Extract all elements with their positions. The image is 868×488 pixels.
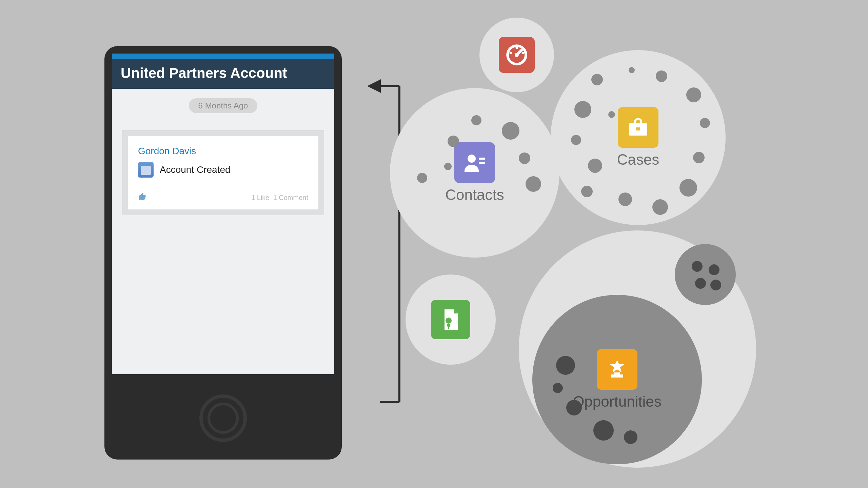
- svg-rect-7: [479, 158, 485, 160]
- svg-point-5: [515, 46, 518, 49]
- svg-point-3: [509, 52, 512, 54]
- bubble-contacts[interactable]: Contacts: [390, 88, 559, 258]
- svg-rect-13: [614, 372, 620, 374]
- bubble-document: [406, 274, 496, 365]
- svg-point-2: [515, 53, 519, 57]
- svg-point-4: [521, 52, 524, 54]
- cases-label: Cases: [617, 151, 659, 168]
- bubble-gauge: [479, 18, 554, 92]
- contacts-label: Contacts: [445, 186, 504, 203]
- document-icon: [431, 300, 470, 339]
- svg-rect-10: [636, 127, 640, 130]
- cases-icon: [618, 107, 658, 148]
- bubble-cases[interactable]: Cases: [551, 50, 726, 225]
- svg-point-11: [446, 318, 452, 324]
- svg-rect-12: [611, 374, 623, 378]
- bubble-cluster: Contacts Cases: [0, 0, 868, 488]
- opportunities-label: Opportunities: [573, 393, 662, 410]
- opportunities-icon: [597, 349, 637, 390]
- bubble-opportunities-outer: Opportunities: [519, 230, 756, 468]
- svg-point-6: [468, 155, 476, 163]
- contacts-icon: [454, 142, 495, 183]
- bubble-small-cluster: [675, 244, 736, 305]
- svg-rect-8: [479, 162, 485, 164]
- bubble-opportunities[interactable]: Opportunities: [532, 295, 702, 464]
- gauge-icon: [499, 37, 535, 73]
